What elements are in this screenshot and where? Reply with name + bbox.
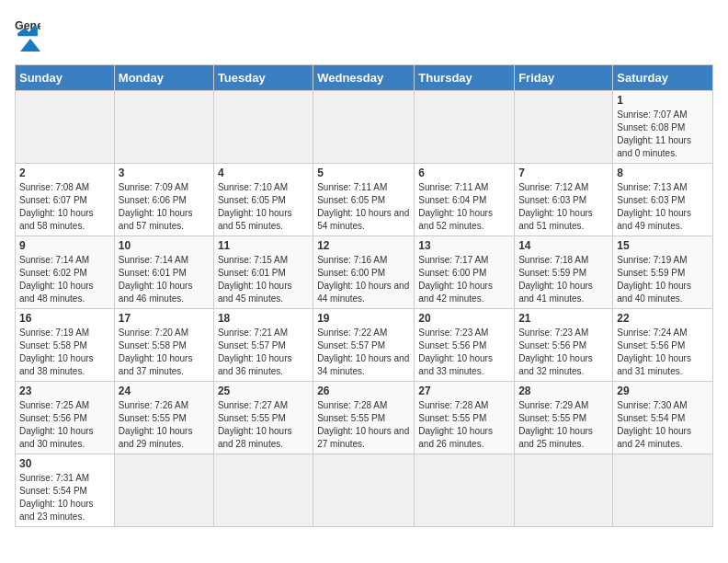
day-number: 3 xyxy=(119,167,210,179)
logo-triangle-icon xyxy=(17,35,44,55)
day-number: 23 xyxy=(19,385,110,397)
calendar-week-row: 23Sunrise: 7:25 AM Sunset: 5:56 PM Dayli… xyxy=(16,382,713,454)
day-number: 12 xyxy=(317,239,410,252)
day-info: Sunrise: 7:25 AM Sunset: 5:56 PM Dayligh… xyxy=(19,399,110,451)
day-number: 9 xyxy=(19,239,110,252)
day-of-week-header: Tuesday xyxy=(213,65,313,91)
day-number: 4 xyxy=(218,167,309,179)
day-number: 26 xyxy=(317,385,410,397)
calendar-day-cell: 10Sunrise: 7:14 AM Sunset: 6:01 PM Dayli… xyxy=(114,236,213,309)
day-number: 27 xyxy=(418,385,510,397)
calendar-day-cell: 30Sunrise: 7:31 AM Sunset: 5:54 PM Dayli… xyxy=(16,454,115,527)
calendar-day-cell: 27Sunrise: 7:28 AM Sunset: 5:55 PM Dayli… xyxy=(415,382,515,454)
day-info: Sunrise: 7:27 AM Sunset: 5:55 PM Dayligh… xyxy=(218,399,309,451)
day-info: Sunrise: 7:21 AM Sunset: 5:57 PM Dayligh… xyxy=(218,327,309,378)
day-info: Sunrise: 7:12 AM Sunset: 6:03 PM Dayligh… xyxy=(518,181,609,233)
day-info: Sunrise: 7:20 AM Sunset: 5:58 PM Dayligh… xyxy=(119,327,210,378)
calendar-week-row: 2Sunrise: 7:08 AM Sunset: 6:07 PM Daylig… xyxy=(16,164,713,236)
day-of-week-header: Monday xyxy=(114,65,213,91)
calendar-day-cell xyxy=(213,91,313,164)
day-number: 14 xyxy=(518,239,609,252)
day-of-week-header: Wednesday xyxy=(313,65,415,91)
calendar-day-cell: 12Sunrise: 7:16 AM Sunset: 6:00 PM Dayli… xyxy=(313,236,415,309)
day-number: 2 xyxy=(19,167,110,179)
calendar-day-cell xyxy=(114,454,213,527)
day-info: Sunrise: 7:16 AM Sunset: 6:00 PM Dayligh… xyxy=(317,254,410,305)
calendar-day-cell: 1Sunrise: 7:07 AM Sunset: 6:08 PM Daylig… xyxy=(613,91,713,164)
day-of-week-header: Sunday xyxy=(16,65,115,91)
calendar-day-cell xyxy=(114,91,213,164)
day-info: Sunrise: 7:15 AM Sunset: 6:01 PM Dayligh… xyxy=(218,254,309,305)
day-info: Sunrise: 7:11 AM Sunset: 6:04 PM Dayligh… xyxy=(418,181,510,233)
day-info: Sunrise: 7:28 AM Sunset: 5:55 PM Dayligh… xyxy=(418,399,510,451)
day-of-week-header: Saturday xyxy=(613,65,713,91)
calendar-day-cell: 18Sunrise: 7:21 AM Sunset: 5:57 PM Dayli… xyxy=(213,309,313,382)
day-number: 8 xyxy=(617,167,709,179)
calendar-day-cell xyxy=(16,91,115,164)
calendar-day-cell: 29Sunrise: 7:30 AM Sunset: 5:54 PM Dayli… xyxy=(613,382,713,454)
day-number: 16 xyxy=(19,312,110,325)
day-info: Sunrise: 7:14 AM Sunset: 6:01 PM Dayligh… xyxy=(119,254,210,305)
day-info: Sunrise: 7:22 AM Sunset: 5:57 PM Dayligh… xyxy=(317,327,410,378)
calendar-day-cell: 28Sunrise: 7:29 AM Sunset: 5:55 PM Dayli… xyxy=(515,382,613,454)
calendar-day-cell: 6Sunrise: 7:11 AM Sunset: 6:04 PM Daylig… xyxy=(415,164,515,236)
day-info: Sunrise: 7:11 AM Sunset: 6:05 PM Dayligh… xyxy=(317,181,410,233)
day-number: 1 xyxy=(617,94,709,107)
calendar-day-cell: 23Sunrise: 7:25 AM Sunset: 5:56 PM Dayli… xyxy=(16,382,115,454)
calendar-week-row: 1Sunrise: 7:07 AM Sunset: 6:08 PM Daylig… xyxy=(16,91,713,164)
calendar-day-cell: 5Sunrise: 7:11 AM Sunset: 6:05 PM Daylig… xyxy=(313,164,415,236)
day-info: Sunrise: 7:31 AM Sunset: 5:54 PM Dayligh… xyxy=(19,472,110,523)
day-number: 18 xyxy=(218,312,309,325)
calendar-day-cell: 22Sunrise: 7:24 AM Sunset: 5:56 PM Dayli… xyxy=(613,309,713,382)
calendar-day-cell: 17Sunrise: 7:20 AM Sunset: 5:58 PM Dayli… xyxy=(114,309,213,382)
day-info: Sunrise: 7:10 AM Sunset: 6:05 PM Dayligh… xyxy=(218,181,309,233)
day-info: Sunrise: 7:24 AM Sunset: 5:56 PM Dayligh… xyxy=(617,327,709,378)
day-info: Sunrise: 7:28 AM Sunset: 5:55 PM Dayligh… xyxy=(317,399,410,451)
day-info: Sunrise: 7:23 AM Sunset: 5:56 PM Dayligh… xyxy=(518,327,609,378)
page-header: General xyxy=(15,15,713,55)
day-info: Sunrise: 7:17 AM Sunset: 6:00 PM Dayligh… xyxy=(418,254,510,305)
day-info: Sunrise: 7:29 AM Sunset: 5:55 PM Dayligh… xyxy=(518,399,609,451)
day-number: 29 xyxy=(617,385,709,397)
calendar-day-cell: 2Sunrise: 7:08 AM Sunset: 6:07 PM Daylig… xyxy=(16,164,115,236)
calendar-day-cell xyxy=(613,454,713,527)
calendar-day-cell: 13Sunrise: 7:17 AM Sunset: 6:00 PM Dayli… xyxy=(415,236,515,309)
calendar-day-cell xyxy=(415,454,515,527)
calendar-day-cell xyxy=(313,91,415,164)
day-info: Sunrise: 7:19 AM Sunset: 5:58 PM Dayligh… xyxy=(19,327,110,378)
day-info: Sunrise: 7:07 AM Sunset: 6:08 PM Dayligh… xyxy=(617,109,709,160)
day-info: Sunrise: 7:19 AM Sunset: 5:59 PM Dayligh… xyxy=(617,254,709,305)
logo-area: General xyxy=(15,15,46,55)
calendar-day-cell: 8Sunrise: 7:13 AM Sunset: 6:03 PM Daylig… xyxy=(613,164,713,236)
day-info: Sunrise: 7:18 AM Sunset: 5:59 PM Dayligh… xyxy=(518,254,609,305)
calendar-table: SundayMondayTuesdayWednesdayThursdayFrid… xyxy=(15,64,713,527)
calendar-week-row: 30Sunrise: 7:31 AM Sunset: 5:54 PM Dayli… xyxy=(16,454,713,527)
calendar-day-cell: 20Sunrise: 7:23 AM Sunset: 5:56 PM Dayli… xyxy=(415,309,515,382)
calendar-day-cell: 16Sunrise: 7:19 AM Sunset: 5:58 PM Dayli… xyxy=(16,309,115,382)
day-of-week-header: Friday xyxy=(515,65,613,91)
calendar-day-cell: 15Sunrise: 7:19 AM Sunset: 5:59 PM Dayli… xyxy=(613,236,713,309)
day-number: 7 xyxy=(518,167,609,179)
day-number: 30 xyxy=(19,457,110,470)
day-info: Sunrise: 7:14 AM Sunset: 6:02 PM Dayligh… xyxy=(19,254,110,305)
calendar-day-cell xyxy=(415,91,515,164)
day-info: Sunrise: 7:26 AM Sunset: 5:55 PM Dayligh… xyxy=(119,399,210,451)
calendar-day-cell: 26Sunrise: 7:28 AM Sunset: 5:55 PM Dayli… xyxy=(313,382,415,454)
calendar-day-cell xyxy=(515,91,613,164)
svg-marker-2 xyxy=(20,39,40,52)
day-number: 6 xyxy=(418,167,510,179)
calendar-day-cell xyxy=(313,454,415,527)
calendar-day-cell: 19Sunrise: 7:22 AM Sunset: 5:57 PM Dayli… xyxy=(313,309,415,382)
calendar-day-cell: 11Sunrise: 7:15 AM Sunset: 6:01 PM Dayli… xyxy=(213,236,313,309)
calendar-day-cell: 9Sunrise: 7:14 AM Sunset: 6:02 PM Daylig… xyxy=(16,236,115,309)
calendar-day-cell: 21Sunrise: 7:23 AM Sunset: 5:56 PM Dayli… xyxy=(515,309,613,382)
calendar-day-cell xyxy=(213,454,313,527)
calendar-header-row: SundayMondayTuesdayWednesdayThursdayFrid… xyxy=(16,65,713,91)
day-number: 15 xyxy=(617,239,709,252)
calendar-day-cell: 24Sunrise: 7:26 AM Sunset: 5:55 PM Dayli… xyxy=(114,382,213,454)
day-number: 21 xyxy=(518,312,609,325)
calendar-week-row: 9Sunrise: 7:14 AM Sunset: 6:02 PM Daylig… xyxy=(16,236,713,309)
day-number: 17 xyxy=(119,312,210,325)
day-number: 22 xyxy=(617,312,709,325)
calendar-day-cell: 14Sunrise: 7:18 AM Sunset: 5:59 PM Dayli… xyxy=(515,236,613,309)
